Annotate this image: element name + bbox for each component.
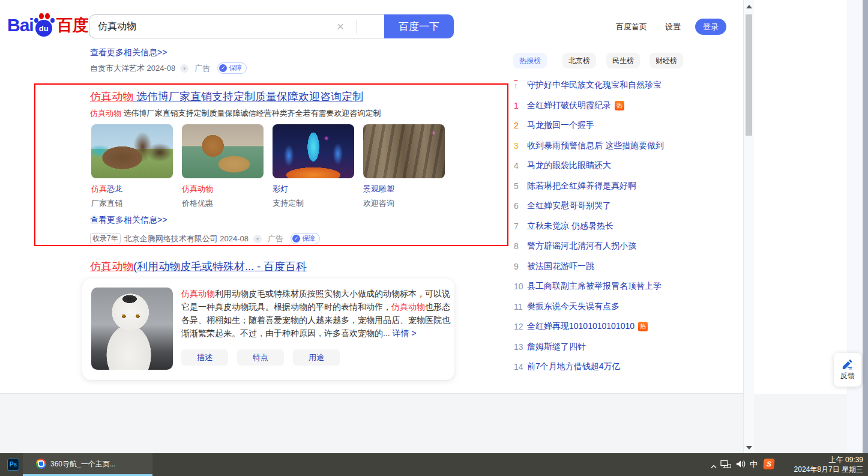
search-divider	[356, 20, 357, 34]
hot-item-12[interactable]: 12 全红婵再现10101010101010 热	[514, 320, 738, 333]
thumbnail-dinosaur[interactable]	[91, 124, 173, 178]
hot-flame-badge: 热	[615, 101, 624, 110]
network-icon[interactable]	[720, 460, 731, 471]
thumb-sub-4: 欢迎咨询	[363, 198, 394, 209]
clock-date: 2024年8月7日 星期三	[794, 465, 863, 474]
detail-link[interactable]: 详情 >	[393, 328, 417, 338]
guarantee-badge[interactable]: ✓ 保障	[217, 62, 247, 74]
search-input[interactable]	[98, 15, 332, 38]
hot-item-3[interactable]: 3 收到暴雨预警信息后 这些措施要做到	[514, 139, 738, 152]
pinned-arrow-icon: ↑	[514, 81, 527, 90]
hot-item-14[interactable]: 14 前7个月地方借钱超4万亿	[514, 360, 738, 373]
baidu-paw-icon: du	[34, 13, 55, 38]
ad-label: 广告	[194, 63, 210, 74]
thumb-sub-3: 支持定制	[273, 198, 304, 209]
chevron-down-icon[interactable]: ▾	[253, 235, 262, 243]
baike-description: 仿真动物利用动物皮毛或特殊材质按照实物大小做成的动物标本，可以说它是一种真皮动物…	[181, 287, 450, 340]
result-meta-ad: 收录7年 北京企腾网络技术有限公司 2024-08 ▾ 广告 ✓ 保障	[90, 233, 320, 244]
logo-text-bai: Bai	[7, 15, 34, 35]
clock-time: 上午 09:39	[794, 455, 863, 465]
taskbar-clock[interactable]: 上午 09:39 2024年8月7日 星期三	[794, 455, 863, 474]
scrollbar-thumb[interactable]	[746, 14, 752, 136]
tab-hot-search[interactable]: 热搜榜	[513, 53, 547, 68]
browser-scrollbar[interactable]	[743, 0, 754, 453]
hot-item-10[interactable]: 10 县工商联副主席被举报冒名顶替上学	[514, 280, 738, 293]
check-icon: ✓	[219, 64, 227, 72]
desktop-screen: Bai du 百度 × 百度一下 百度首页 设置 登录 查看更多相关信息>> 自…	[0, 0, 868, 476]
thumb-title-1[interactable]: 仿真恐龙	[91, 184, 122, 194]
indexed-age-badge: 收录7年	[90, 233, 121, 244]
nav-baidu-home[interactable]: 百度首页	[616, 22, 647, 32]
pencil-icon	[842, 359, 854, 370]
ad-result-title[interactable]: 仿真动物 选伟博厂家直销支持定制质量保障欢迎咨询定制	[90, 89, 363, 104]
hot-item-5[interactable]: 5 陈若琳把全红婵养得是真好啊	[514, 179, 738, 193]
thumb-title-2[interactable]: 仿真动物	[182, 184, 213, 194]
tab-beijing[interactable]: 北京榜	[562, 53, 596, 68]
hot-item-top[interactable]: ↑ 守护好中华民族文化瑰宝和自然珍宝	[514, 79, 738, 92]
360-safe-icon[interactable]: S	[763, 459, 774, 469]
thumbnail-lion[interactable]	[182, 124, 264, 178]
thumb-sub-1: 厂家直销	[91, 198, 122, 209]
windows-taskbar: Ps 360导航_一个主页... 中 S 上午 09:39 2024年8	[0, 453, 868, 476]
thumb-title-4[interactable]: 景观雕塑	[363, 184, 394, 194]
more-related-link-ad[interactable]: 查看更多相关信息>>	[90, 215, 167, 226]
login-button[interactable]: 登录	[695, 19, 726, 35]
ime-indicator[interactable]: 中	[750, 459, 758, 471]
hot-item-2[interactable]: 2 马龙撤回一个握手	[514, 119, 738, 132]
scroll-up-icon[interactable]	[746, 5, 752, 8]
clear-search-icon[interactable]: ×	[333, 19, 348, 34]
hot-item-4[interactable]: 4 马龙的眼袋比眼睛还大	[514, 159, 738, 172]
hot-flame-badge: 热	[638, 322, 648, 331]
hot-item-13[interactable]: 13 詹姆斯缝了四针	[514, 340, 738, 354]
baike-result-title[interactable]: 仿真动物(利用动物皮毛或特殊材... - 百度百科	[90, 259, 307, 274]
thumbnail-lantern[interactable]	[273, 124, 354, 178]
chrome-icon	[36, 459, 46, 469]
search-button[interactable]: 百度一下	[384, 14, 454, 38]
speaker-icon[interactable]	[736, 460, 746, 471]
result-meta-top: 自贡市大洋艺术 2024-08 ▾ 广告 ✓ 保障	[90, 62, 247, 74]
result-source: 自贡市大洋艺术 2024-08	[90, 63, 175, 74]
result-source: 北京企腾网络技术有限公司 2024-08	[124, 233, 249, 244]
more-related-link-top[interactable]: 查看更多相关信息>>	[90, 47, 167, 58]
screen-edge-strip	[863, 0, 868, 453]
logo-text-cn: 百度	[56, 14, 89, 36]
search-box: ×	[89, 14, 384, 38]
baike-tab-uses[interactable]: 用途	[293, 349, 340, 366]
thumbnail-sculpture[interactable]	[363, 124, 445, 178]
hot-item-7[interactable]: 7 立秋未觉凉 仍感暑热长	[514, 220, 738, 233]
thumb-title-3[interactable]: 彩灯	[273, 184, 288, 194]
scroll-down-icon[interactable]	[746, 446, 752, 450]
hot-item-8[interactable]: 8 警方辟谣河北清河有人拐小孩	[514, 240, 738, 253]
logo-text-du: du	[35, 20, 52, 37]
check-icon: ✓	[292, 235, 300, 243]
feedback-button[interactable]: 反馈	[834, 353, 861, 387]
hot-item-1[interactable]: 1 全红婵打破伏明霞纪录 热	[514, 99, 738, 112]
chevron-down-icon[interactable]: ▾	[180, 64, 188, 73]
baike-tab-features[interactable]: 特点	[237, 349, 284, 366]
hot-item-11[interactable]: 11 樊振东说今天失误有点多	[514, 300, 738, 313]
ad-result-description: 仿真动物 选伟博厂家直销支持定制质量保障诚信经营种类齐全若有需要欢迎咨询定制	[90, 108, 381, 119]
photoshop-taskbar-icon[interactable]: Ps	[7, 459, 19, 471]
tab-livelihood[interactable]: 民生榜	[606, 53, 640, 68]
below-fold-area	[0, 394, 863, 453]
chrome-taskbar-button[interactable]: 360导航_一个主页...	[23, 453, 152, 474]
baidu-logo[interactable]: Bai du 百度	[7, 12, 89, 38]
ad-label: 广告	[268, 233, 283, 244]
tab-finance[interactable]: 财经榜	[649, 53, 683, 68]
guarantee-badge[interactable]: ✓ 保障	[291, 233, 320, 244]
thumb-sub-2: 价格优惠	[182, 198, 213, 209]
hot-item-9[interactable]: 9 被法国花游吓一跳	[514, 260, 738, 273]
nav-settings[interactable]: 设置	[665, 22, 681, 32]
baike-cat-image[interactable]	[91, 288, 173, 370]
tray-chevron-up-icon[interactable]	[710, 460, 717, 471]
hot-item-6[interactable]: 6 全红婵安慰哥哥别哭了	[514, 199, 738, 212]
baike-tab-description[interactable]: 描述	[181, 349, 228, 366]
